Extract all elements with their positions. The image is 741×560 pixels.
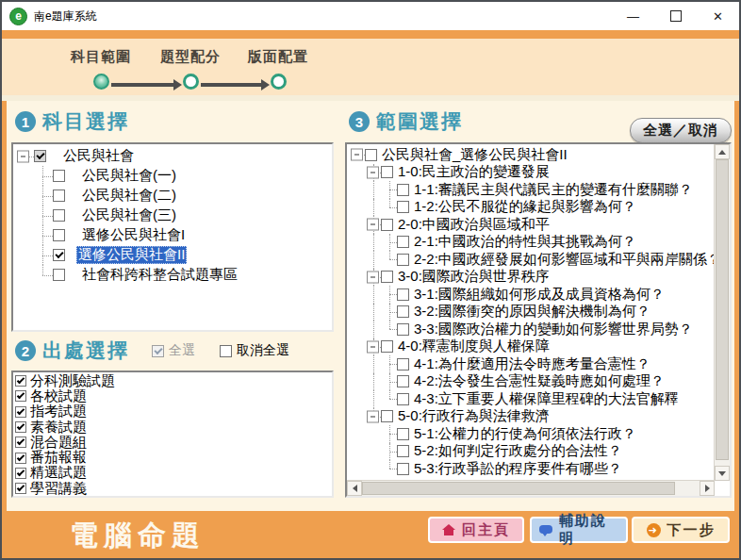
tree-item[interactable]: 1-2:公民不服從的緣起與影響為何？ [349,199,714,217]
next-step-button[interactable]: ➜ 下一步 [632,517,730,543]
tree-checkbox[interactable] [397,184,409,196]
list-item-checkbox[interactable] [15,436,26,448]
tree-checkbox[interactable] [53,269,65,281]
tree-checkbox[interactable] [53,209,65,222]
tree-item[interactable]: 2-2:中國政經發展如何影響區域和平與兩岸關係？ [349,251,714,269]
expander-icon[interactable] [367,166,379,178]
tree-item-label[interactable]: 5-3:行政爭訟的程序要件有哪些？ [414,460,622,478]
tree-checkbox[interactable] [53,189,65,202]
tree-item[interactable]: 3-2:國際衝突的原因與解決機制為何？ [349,304,714,321]
tree-item[interactable]: 4-0:釋憲制度與人權保障 [349,338,714,356]
tree-item[interactable]: 公民與社會 [15,146,332,166]
tree-item[interactable]: 3-1:國際組織如何形成及成員資格為何？ [349,286,714,304]
scroll-right-button[interactable] [700,481,715,496]
tree-checkbox[interactable] [397,375,409,387]
close-button[interactable]: ✕ [697,2,739,30]
tree-item[interactable]: 5-2:如何判定行政處分的合法性？ [349,443,714,461]
tree-item-label[interactable]: 2-2:中國政經發展如何影響區域和平與兩岸關係？ [414,251,714,269]
list-item[interactable]: 各校試題 [13,388,332,404]
tree-item-label[interactable]: 公民與社會(一) [76,167,176,185]
vertical-scrollbar[interactable] [714,144,730,481]
tree-item[interactable]: 2-1:中國政治的特性與其挑戰為何？ [349,234,714,252]
tree-checkbox[interactable] [365,149,377,161]
maximize-button[interactable] [654,2,697,30]
help-button[interactable]: 輔助說明 [530,517,628,543]
tree-item[interactable]: 5-1:公權力的行使為何須依法行政？ [349,425,714,443]
tree-checkbox[interactable] [53,170,65,182]
list-item[interactable]: 精選試題 [13,466,332,481]
tree-item[interactable]: 3-0:國際政治與世界秩序 [349,269,714,287]
toggle-all-button[interactable]: 全選／取消 [630,118,732,143]
tree-checkbox[interactable] [381,340,393,353]
tree-checkbox[interactable] [381,166,393,178]
tree-checkbox[interactable] [397,358,409,371]
select-all-checkbox[interactable]: 全選 [152,342,195,359]
tree-checkbox[interactable] [381,271,393,283]
tree-item[interactable]: 5-3:行政爭訟的程序要件有哪些？ [349,460,714,478]
tree-item[interactable]: 1-1:審議民主與代議民主的變遷有什麼關聯？ [349,181,714,199]
scope-tree[interactable]: 公民與社會_選修公民與社會II1-0:民主政治的變遷發展1-1:審議民主與代議民… [349,146,714,480]
tree-item[interactable]: 公民與社會(三) [15,206,332,225]
tree-item-label[interactable]: 5-0:行政行為與法律救濟 [398,407,550,425]
tree-checkbox[interactable] [397,323,409,336]
tree-item-label[interactable]: 4-3:立下重要人權保障里程碑的大法官解釋 [414,390,679,408]
tree-checkbox[interactable] [53,229,65,241]
tree-checkbox[interactable] [397,445,409,457]
tree-item-label[interactable]: 2-1:中國政治的特性與其挑戰為何？ [414,233,636,251]
tree-checkbox[interactable] [397,463,409,475]
scroll-left-button[interactable] [347,481,362,496]
expander-icon[interactable] [17,150,29,162]
list-item[interactable]: 分科測驗試題 [13,373,332,388]
tree-item-label[interactable]: 公民與社會_選修公民與社會II [382,146,568,164]
list-item[interactable]: 學習講義 [13,481,332,496]
tree-item[interactable]: 2-0:中國政治與區域和平 [349,216,714,234]
tree-item-label[interactable]: 1-0:民主政治的變遷發展 [398,163,550,181]
scroll-up-button[interactable] [715,144,730,159]
tree-item[interactable]: 1-0:民主政治的變遷發展 [349,164,714,182]
tree-item-label[interactable]: 3-0:國際政治與世界秩序 [398,268,550,286]
tree-checkbox[interactable] [34,150,46,162]
tree-checkbox[interactable] [397,288,409,301]
tree-item[interactable]: 公民與社會(二) [15,186,332,206]
tree-checkbox[interactable] [397,428,409,440]
tree-item-label[interactable]: 5-1:公權力的行使為何須依法行政？ [414,425,636,443]
tree-item[interactable]: 公民與社會(一) [15,166,332,186]
horizontal-scroll-thumb[interactable] [362,482,675,495]
tree-item-label[interactable]: 4-1:為什麼適用法令時應考量合憲性？ [414,355,650,373]
list-item[interactable]: 指考試題 [13,404,332,420]
tree-item[interactable]: 4-2:法令發生合憲性疑義時應如何處理？ [349,373,714,391]
tree-item-label[interactable]: 3-2:國際衝突的原因與解決機制為何？ [414,303,650,321]
horizontal-scrollbar[interactable] [347,480,715,496]
tree-item-label[interactable]: 3-3:國際政治權力的變動如何影響世界局勢？ [414,321,693,338]
tree-item-label[interactable]: 4-0:釋憲制度與人權保障 [398,338,550,355]
tree-item-label[interactable]: 選修公民與社會II [76,246,187,264]
tree-item-label[interactable]: 社會科跨科整合試題專區 [76,266,238,284]
tree-item-label[interactable]: 5-2:如何判定行政處分的合法性？ [414,442,622,460]
tree-item-label[interactable]: 3-1:國際組織如何形成及成員資格為何？ [414,286,665,304]
vertical-scroll-thumb[interactable] [716,159,729,460]
list-item[interactable]: 番茄報報 [13,450,332,465]
home-button[interactable]: 回主頁 [428,517,524,543]
tree-item-label[interactable]: 選修公民與社會I [76,226,185,244]
tree-item-label[interactable]: 2-0:中國政治與區域和平 [398,216,550,234]
source-list-panel[interactable]: 分科測驗試題各校試題指考試題素養試題混合題組番茄報報精選試題學習講義 [11,371,334,498]
list-item[interactable]: 素養試題 [13,420,332,435]
tree-item[interactable]: 5-0:行政行為與法律救濟 [349,408,714,426]
list-item-checkbox[interactable] [15,468,26,479]
list-item-checkbox[interactable] [15,483,26,494]
expander-icon[interactable] [367,340,379,353]
tree-item-label[interactable]: 公民與社會(二) [76,187,176,205]
tree-checkbox[interactable] [381,219,393,231]
tree-item[interactable]: 公民與社會_選修公民與社會II [349,146,714,164]
tree-checkbox[interactable] [397,305,409,318]
deselect-all-checkbox[interactable]: 取消全選 [220,342,289,359]
minimize-button[interactable]: — [612,2,654,30]
expander-icon[interactable] [367,410,379,422]
list-item-checkbox[interactable] [15,406,26,418]
expander-icon[interactable] [367,219,379,231]
tree-item[interactable]: 4-3:立下重要人權保障里程碑的大法官解釋 [349,390,714,408]
tree-item-label[interactable]: 1-2:公民不服從的緣起與影響為何？ [414,198,636,216]
tree-item-label[interactable]: 公民與社會(三) [76,206,176,224]
list-item-checkbox[interactable] [15,375,26,387]
tree-item-label[interactable]: 公民與社會 [58,147,134,165]
